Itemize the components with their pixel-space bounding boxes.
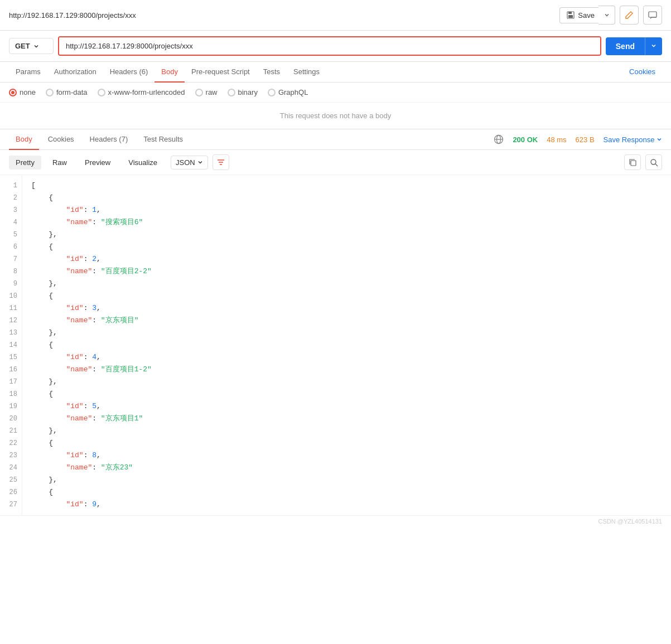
line-number: 26 (0, 486, 22, 498)
code-line: "id": 4, (31, 351, 662, 364)
code-line: "name": "京东项目" (31, 314, 662, 327)
res-tab-cookies[interactable]: Cookies (41, 129, 81, 150)
code-line: "id": 3, (31, 302, 662, 314)
response-tabs: Body Cookies Headers (7) Test Results 20… (0, 129, 671, 150)
top-bar-actions: Save (559, 6, 662, 25)
line-number: 17 (0, 376, 22, 388)
tab-tests[interactable]: Tests (257, 62, 287, 83)
code-line: "name": "百度项目2-2" (31, 265, 662, 278)
radio-none[interactable]: none (9, 88, 36, 96)
tab-headers[interactable]: Headers (6) (103, 62, 155, 83)
line-number: 9 (0, 278, 22, 290)
line-number: 20 (0, 413, 22, 425)
send-chevron-button[interactable] (645, 37, 662, 55)
url-bar: GET Send (0, 31, 671, 62)
radio-formdata[interactable]: form-data (46, 88, 88, 96)
radio-graphql[interactable]: GraphQL (268, 88, 308, 96)
url-input-wrapper (58, 36, 601, 56)
tab-cookies[interactable]: Cookies (622, 62, 662, 83)
res-tab-testresults[interactable]: Test Results (137, 129, 190, 150)
line-number: 13 (0, 327, 22, 339)
code-line: "id": 9, (31, 498, 662, 511)
response-status-bar: 200 OK 48 ms 623 B Save Response (494, 134, 662, 144)
edit-icon-button[interactable] (620, 6, 639, 25)
url-input[interactable] (59, 37, 600, 55)
filter-icon (216, 158, 225, 167)
message-icon-button[interactable] (643, 6, 662, 25)
chevron-down-icon (604, 12, 610, 18)
code-content: [ { "id": 1, "name": "搜索项目6" }, { "id": … (22, 175, 671, 515)
tab-body[interactable]: Body (155, 62, 185, 83)
no-body-message: This request does not have a body (0, 103, 671, 129)
res-tab-headers[interactable]: Headers (7) (83, 129, 135, 150)
radio-urlencoded[interactable]: x-www-form-urlencoded (98, 88, 185, 96)
code-line: { (31, 339, 662, 351)
line-number: 12 (0, 314, 22, 327)
tab-prerequest[interactable]: Pre-request Script (185, 62, 257, 83)
res-tab-body[interactable]: Body (9, 129, 39, 150)
svg-rect-3 (649, 12, 656, 17)
line-number: 23 (0, 449, 22, 462)
globe-icon (494, 134, 504, 144)
line-number: 3 (0, 204, 22, 216)
line-number: 14 (0, 339, 22, 351)
method-label: GET (15, 42, 30, 50)
line-number: 1 (0, 180, 22, 192)
line-number: 24 (0, 462, 22, 474)
watermark: CSDN @YZL40514131 (0, 515, 671, 527)
view-tab-pretty[interactable]: Pretty (9, 156, 41, 170)
copy-icon (629, 158, 637, 167)
edit-icon (625, 11, 634, 20)
code-line: { (31, 290, 662, 302)
radio-binary[interactable]: binary (228, 88, 258, 96)
code-line: "id": 8, (31, 449, 662, 462)
save-response-button[interactable]: Save Response (604, 135, 662, 144)
response-status: 200 OK (513, 135, 538, 144)
tab-authorization[interactable]: Authorization (47, 62, 103, 83)
code-line: }, (31, 425, 662, 437)
view-tab-raw[interactable]: Raw (46, 156, 74, 170)
code-line: }, (31, 327, 662, 339)
search-icon (650, 158, 658, 167)
code-line: "name": "京东项目1" (31, 413, 662, 425)
radio-formdata-dot (46, 89, 54, 96)
line-number: 25 (0, 474, 22, 486)
line-number: 6 (0, 241, 22, 253)
format-select[interactable]: JSON (171, 156, 208, 170)
code-line: }, (31, 474, 662, 486)
line-number: 11 (0, 302, 22, 314)
svg-rect-1 (568, 12, 572, 14)
request-tabs: Params Authorization Headers (6) Body Pr… (0, 62, 671, 83)
line-number: 4 (0, 216, 22, 229)
view-tab-preview[interactable]: Preview (78, 156, 117, 170)
line-number: 5 (0, 229, 22, 241)
response-time: 48 ms (547, 135, 566, 144)
tab-params[interactable]: Params (9, 62, 47, 83)
tab-settings[interactable]: Settings (287, 62, 326, 83)
copy-button[interactable] (624, 154, 641, 170)
svg-point-11 (651, 159, 656, 164)
line-number: 21 (0, 425, 22, 437)
filter-button[interactable] (213, 154, 229, 170)
code-line: "id": 1, (31, 204, 662, 216)
code-line: { (31, 241, 662, 253)
save-icon (567, 11, 575, 19)
search-button[interactable] (645, 154, 662, 170)
method-select[interactable]: GET (9, 38, 54, 54)
save-button[interactable]: Save (559, 7, 601, 23)
view-tab-visualize[interactable]: Visualize (122, 156, 164, 170)
save-chevron-button[interactable] (598, 6, 615, 25)
body-type-row: none form-data x-www-form-urlencoded raw… (0, 83, 671, 103)
code-line: { (31, 388, 662, 400)
radio-raw[interactable]: raw (195, 88, 218, 96)
code-view: 1234567891011121314151617181920212223242… (0, 175, 671, 515)
save-response-chevron-icon (656, 137, 662, 142)
svg-rect-10 (631, 161, 636, 166)
send-button[interactable]: Send (606, 37, 645, 55)
format-toolbar: Pretty Raw Preview Visualize JSON (0, 150, 671, 175)
code-line: { (31, 486, 662, 498)
line-number: 7 (0, 253, 22, 265)
code-line: }, (31, 229, 662, 241)
code-line: "id": 5, (31, 400, 662, 413)
code-line: "name": "京东23" (31, 462, 662, 474)
